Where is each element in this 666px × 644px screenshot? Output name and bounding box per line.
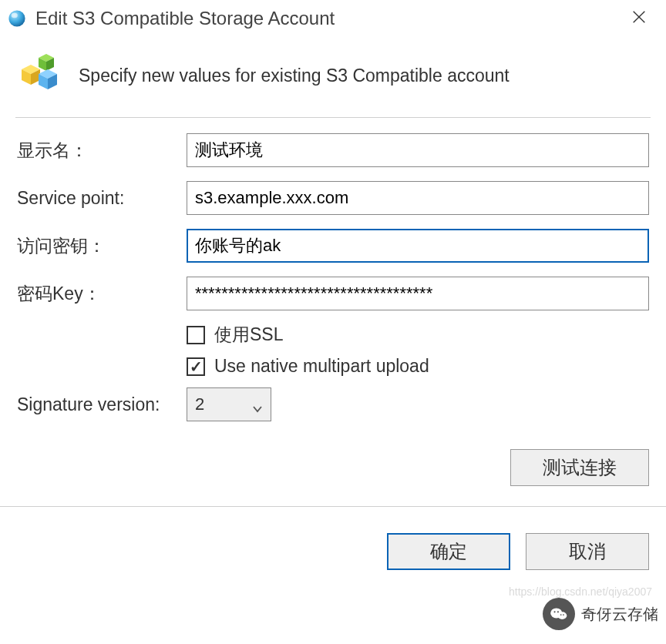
row-signature-version: Signature version: 2 [17, 386, 649, 423]
form: 显示名： Service point: 访问密钥： 密码Key： 使用SSL U… [0, 118, 666, 423]
signature-version-select[interactable]: 2 [187, 387, 271, 421]
test-connection-row: 测试连接 [0, 434, 666, 486]
service-point-input[interactable] [187, 181, 649, 215]
window-title: Edit S3 Compatible Storage Account [35, 8, 335, 29]
service-point-label: Service point: [17, 188, 187, 209]
signature-version-label: Signature version: [17, 394, 187, 415]
access-key-label: 访问密钥： [17, 234, 187, 258]
native-multipart-box[interactable] [187, 357, 205, 376]
signature-version-value: 2 [195, 394, 204, 414]
watermark-url: https://blog.csdn.net/qiya2007 [509, 585, 652, 598]
row-display-name: 显示名： [17, 132, 649, 169]
use-ssl-label: 使用SSL [214, 323, 283, 347]
watermark-logo: 奇伢云存储 [543, 598, 658, 630]
svg-point-17 [560, 614, 562, 615]
display-name-label: 显示名： [17, 139, 187, 163]
titlebar: Edit S3 Compatible Storage Account [0, 0, 666, 37]
header-description: Specify new values for existing S3 Compa… [79, 65, 510, 86]
display-name-input[interactable] [187, 133, 649, 167]
secret-key-input[interactable] [187, 277, 649, 310]
native-multipart-label: Use native multipart upload [214, 356, 429, 377]
svg-point-15 [554, 611, 556, 612]
wechat-icon [543, 598, 575, 630]
svg-point-14 [557, 612, 567, 619]
row-service-point: Service point: [17, 179, 649, 216]
watermark-brand: 奇伢云存储 [581, 604, 658, 625]
dialog-buttons: 确定 取消 [0, 506, 666, 570]
svg-point-13 [550, 608, 562, 618]
app-icon [6, 8, 28, 29]
svg-point-1 [12, 13, 18, 18]
svg-point-0 [8, 10, 25, 26]
header-section: Specify new values for existing S3 Compa… [0, 37, 666, 117]
close-button[interactable] [623, 5, 655, 32]
use-ssl-box[interactable] [187, 326, 205, 344]
native-multipart-checkbox[interactable]: Use native multipart upload [187, 356, 649, 377]
ok-button[interactable]: 确定 [387, 533, 510, 570]
titlebar-left: Edit S3 Compatible Storage Account [6, 8, 335, 29]
cubes-icon [17, 52, 63, 99]
svg-point-16 [557, 611, 559, 612]
svg-point-18 [563, 614, 564, 615]
secret-key-label: 密码Key： [17, 282, 187, 306]
access-key-input[interactable] [187, 229, 649, 263]
chevron-down-icon [252, 399, 263, 410]
row-access-key: 访问密钥： [17, 227, 649, 264]
cancel-button[interactable]: 取消 [526, 533, 649, 570]
test-connection-button[interactable]: 测试连接 [510, 449, 649, 486]
use-ssl-checkbox[interactable]: 使用SSL [187, 323, 649, 347]
row-secret-key: 密码Key： [17, 275, 649, 312]
